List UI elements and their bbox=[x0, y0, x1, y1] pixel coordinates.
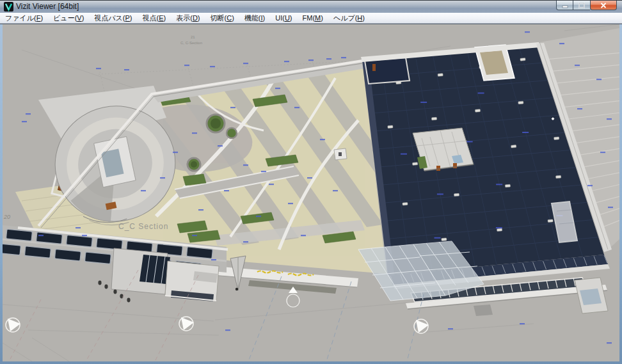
menu-item-section[interactable]: 切断(C) bbox=[205, 13, 239, 24]
menu-item-help[interactable]: ヘルプ(H) bbox=[328, 13, 370, 24]
menu-item-fm[interactable]: FM(M) bbox=[298, 13, 328, 24]
titlebar[interactable]: Vizit Viewer [64bit] bbox=[0, 0, 622, 13]
menu-item-file[interactable]: ファイル(F) bbox=[0, 13, 48, 24]
maximize-button[interactable] bbox=[573, 1, 590, 10]
close-icon bbox=[600, 3, 607, 8]
section-label-center: C_C Section bbox=[118, 222, 168, 231]
menu-item-ui[interactable]: UI(U) bbox=[270, 13, 297, 24]
courtyard-kiosk bbox=[334, 148, 347, 160]
viewport-3d[interactable]: 21 C, C-Section C_C Section 20 bbox=[3, 24, 619, 361]
close-button[interactable] bbox=[590, 1, 617, 10]
roof-corner-box-nw bbox=[365, 58, 410, 84]
minimize-button[interactable] bbox=[556, 1, 573, 10]
menu-item-viewpoint[interactable]: 視点(E) bbox=[138, 13, 171, 24]
minimize-icon bbox=[562, 3, 568, 8]
app-window: Vizit Viewer [64bit] ファイル(F) ビュー(V) 視点パス… bbox=[0, 0, 622, 364]
window-title: Vizit Viewer [64bit] bbox=[16, 1, 79, 13]
menu-item-display[interactable]: 表示(D) bbox=[171, 13, 205, 24]
app-icon bbox=[4, 2, 13, 12]
window-controls bbox=[556, 1, 617, 10]
menu-item-function[interactable]: 機能(I) bbox=[239, 13, 270, 24]
menu-item-view[interactable]: ビュー(V) bbox=[48, 13, 89, 24]
menu-item-viewpath[interactable]: 視点パス(P) bbox=[89, 13, 137, 24]
section-label-top: C, C-Section bbox=[180, 41, 202, 45]
window-frame: 21 C, C-Section C_C Section 20 bbox=[0, 24, 622, 364]
menubar: ファイル(F) ビュー(V) 視点パス(P) 視点(E) 表示(D) 切断(C)… bbox=[0, 13, 622, 24]
grid-label-20: 20 bbox=[3, 214, 10, 220]
grid-label-21: 21 bbox=[191, 35, 195, 39]
maximize-icon bbox=[578, 3, 585, 8]
